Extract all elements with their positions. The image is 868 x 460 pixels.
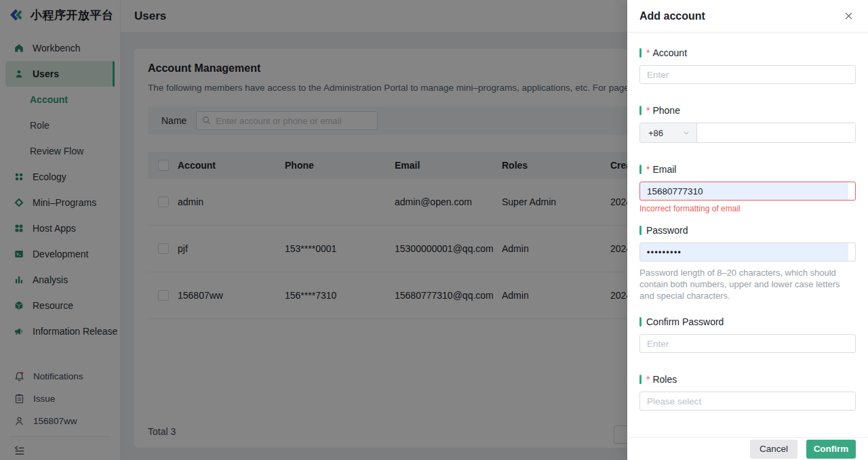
- add-account-drawer: Add account * Account * Phone: [627, 0, 868, 460]
- account-input[interactable]: [639, 65, 856, 84]
- label-accent-bar: [639, 317, 642, 327]
- label-accent-bar: [639, 226, 642, 235]
- close-icon[interactable]: [841, 9, 856, 24]
- drawer-header: Add account: [627, 0, 868, 33]
- required-mark: *: [646, 375, 650, 384]
- confirm-password-field: Confirm Password: [639, 316, 856, 353]
- email-error-message: Incorrect formatting of email: [639, 204, 856, 213]
- required-mark: *: [646, 106, 650, 115]
- required-mark: *: [646, 165, 650, 174]
- password-hint: Password length of 8–20 characters, whic…: [639, 267, 844, 301]
- roles-select[interactable]: [639, 392, 856, 411]
- password-input[interactable]: [639, 243, 856, 262]
- chevron-down-icon: [682, 129, 690, 137]
- label-accent-bar: [639, 48, 642, 58]
- email-input[interactable]: [639, 182, 856, 201]
- required-mark: *: [646, 48, 650, 58]
- phone-input[interactable]: [697, 123, 855, 142]
- app-window: 小程序开放平台 Workbench Users Account Role: [0, 0, 868, 460]
- phone-field: * Phone +86: [639, 105, 856, 143]
- label-accent-bar: [639, 375, 642, 384]
- drawer-title: Add account: [639, 10, 705, 22]
- cancel-button[interactable]: Cancel: [750, 440, 797, 459]
- email-field: * Email Incorrect formatting of email: [639, 164, 856, 213]
- label-accent-bar: [639, 165, 642, 174]
- drawer-footer: Cancel Confirm: [627, 437, 868, 460]
- confirm-button[interactable]: Confirm: [806, 440, 856, 459]
- roles-field: * Roles: [639, 374, 856, 411]
- country-code-select[interactable]: +86: [640, 123, 697, 142]
- label-accent-bar: [639, 106, 642, 115]
- password-field: Password Password length of 8–20 charact…: [639, 225, 856, 301]
- drawer-body: * Account * Phone +86: [627, 33, 868, 437]
- account-field: * Account: [639, 47, 856, 84]
- confirm-password-input[interactable]: [639, 334, 856, 353]
